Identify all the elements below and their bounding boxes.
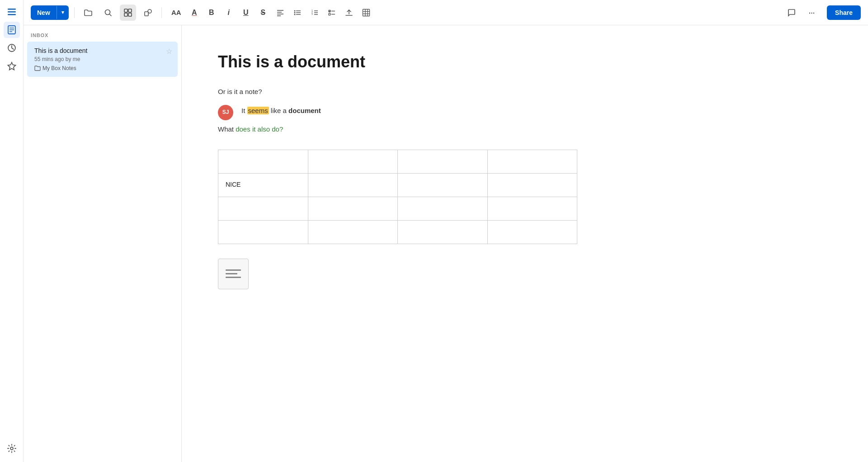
table-cell[interactable]: [487, 197, 577, 220]
sidebar-item-0[interactable]: This is a document 55 mins ago by me My …: [27, 42, 178, 77]
green-link-text[interactable]: does it also do?: [236, 125, 283, 133]
sidebar-section-label: INBOX: [24, 25, 181, 42]
table-cell[interactable]: [218, 197, 308, 220]
document-table: NICE: [218, 150, 577, 244]
svg-point-9: [10, 447, 13, 450]
bold-icon[interactable]: B: [203, 5, 220, 21]
folder-icon[interactable]: [80, 5, 96, 21]
table-cell[interactable]: [308, 197, 398, 220]
svg-text:3: 3: [311, 13, 313, 15]
table-icon[interactable]: [358, 5, 374, 21]
document-body: Or is it a note? SJ It seems like a docu…: [218, 86, 832, 289]
table-cell[interactable]: [398, 150, 488, 173]
search-icon[interactable]: [100, 5, 116, 21]
starred-icon[interactable]: [4, 58, 20, 74]
toolbar-separator-2: [161, 7, 162, 18]
table-cell[interactable]: [398, 197, 488, 220]
svg-point-23: [294, 12, 295, 13]
paragraph-1: Or is it a note?: [218, 86, 832, 98]
recent-icon[interactable]: [4, 40, 20, 56]
format-group: AA A B i U S: [167, 5, 374, 21]
new-button-label: New: [31, 5, 57, 20]
document-title[interactable]: This is a document: [218, 52, 832, 71]
table-row: [218, 150, 577, 173]
svg-point-17: [148, 9, 151, 13]
upload-icon[interactable]: [341, 5, 357, 21]
more-options-icon[interactable]: ···: [803, 5, 820, 21]
svg-rect-35: [329, 13, 330, 15]
paragraph-3: What does it also do?: [218, 123, 832, 135]
italic-icon[interactable]: i: [221, 5, 237, 21]
numbered-list-icon[interactable]: 1 2 3: [307, 5, 323, 21]
bold-text: document: [288, 107, 321, 114]
main-container: New ▾: [24, 0, 868, 462]
sidebar-item-title: This is a document: [34, 47, 170, 54]
new-button[interactable]: New ▾: [31, 5, 69, 20]
icon-rail: [0, 0, 24, 462]
notes-icon[interactable]: [4, 22, 20, 38]
svg-rect-0: [8, 9, 16, 10]
star-icon[interactable]: ☆: [166, 47, 172, 56]
checklist-icon[interactable]: [324, 5, 340, 21]
sidebar-item-meta: 55 mins ago by me: [34, 56, 170, 62]
folder-small-icon: [34, 65, 41, 71]
svg-rect-15: [128, 13, 132, 16]
share-button[interactable]: Share: [827, 5, 861, 20]
avatar[interactable]: SJ: [218, 105, 233, 120]
sidebar: INBOX This is a document 55 mins ago by …: [24, 25, 182, 462]
sidebar-item-location-text: My Box Notes: [42, 65, 76, 71]
shape-icon[interactable]: [140, 5, 156, 21]
table-cell[interactable]: [308, 150, 398, 173]
align-icon[interactable]: [272, 5, 288, 21]
svg-point-24: [294, 14, 295, 15]
svg-point-22: [294, 10, 295, 11]
paragraph-with-comment: SJ It seems like a document: [241, 105, 832, 117]
sidebar-item-location: My Box Notes: [34, 65, 170, 71]
svg-rect-1: [8, 11, 16, 13]
table-cell[interactable]: [487, 150, 577, 173]
embed-line-1: [226, 269, 241, 271]
strikethrough-icon[interactable]: S: [255, 5, 271, 21]
toolbar-separator-1: [74, 7, 75, 18]
underline-icon[interactable]: U: [238, 5, 254, 21]
table-cell[interactable]: [308, 173, 398, 197]
comment-icon[interactable]: [783, 5, 800, 21]
table-row: [218, 220, 577, 244]
para-2-text: It seems like a document: [241, 107, 321, 114]
embed-line-3: [226, 277, 241, 278]
layout-icon[interactable]: [120, 5, 136, 21]
body-area: INBOX This is a document 55 mins ago by …: [24, 25, 868, 462]
svg-marker-8: [8, 62, 15, 70]
content-area: This is a document Or is it a note? SJ I…: [182, 25, 868, 462]
table-cell-nice[interactable]: NICE: [218, 173, 308, 197]
bullet-list-icon[interactable]: [289, 5, 306, 21]
font-color-icon[interactable]: A: [186, 5, 203, 21]
embed-lines-icon: [226, 269, 241, 278]
svg-rect-2: [8, 14, 16, 15]
table-cell[interactable]: [487, 220, 577, 244]
svg-rect-39: [363, 9, 369, 16]
table-cell[interactable]: [218, 220, 308, 244]
paragraph-1-text: Or is it a note?: [218, 88, 262, 95]
embed-line-2: [226, 273, 237, 274]
highlighted-text: seems: [247, 107, 269, 114]
settings-icon[interactable]: [4, 440, 20, 457]
svg-rect-14: [124, 13, 127, 16]
svg-rect-16: [145, 12, 148, 16]
table-row: NICE: [218, 173, 577, 197]
table-cell[interactable]: [398, 173, 488, 197]
new-button-chevron[interactable]: ▾: [57, 6, 69, 19]
table-cell[interactable]: [487, 173, 577, 197]
table-cell[interactable]: [218, 150, 308, 173]
embed-block[interactable]: [218, 259, 249, 289]
svg-line-11: [109, 14, 111, 16]
table-row: [218, 197, 577, 220]
table-cell[interactable]: [308, 220, 398, 244]
font-size-icon[interactable]: AA: [167, 5, 185, 21]
para-3-prefix: What: [218, 125, 236, 133]
svg-rect-13: [128, 9, 132, 12]
toolbar: New ▾: [24, 0, 868, 25]
logo-icon[interactable]: [4, 4, 20, 20]
table-cell[interactable]: [398, 220, 488, 244]
svg-rect-12: [124, 9, 127, 12]
